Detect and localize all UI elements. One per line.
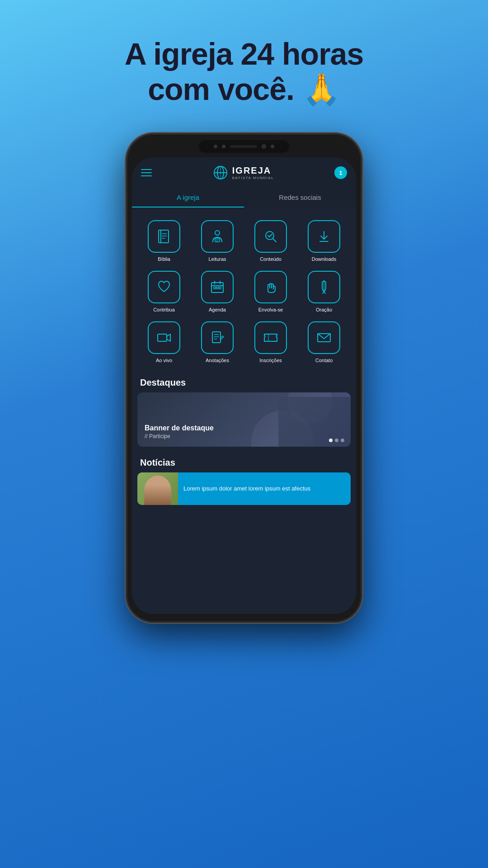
banner[interactable]: Banner de destaque // Participe: [137, 392, 351, 447]
menu-item-contribua[interactable]: Contribua: [137, 266, 191, 317]
search-check-icon: [263, 228, 279, 245]
logo-name: IGREJA: [232, 165, 274, 176]
envelope-icon: [316, 330, 332, 346]
hamburger-line-2: [141, 172, 152, 173]
envolva-se-label: Envolva-se: [258, 307, 283, 312]
downloads-icon-box: [308, 220, 340, 253]
anotacoes-label: Anotações: [206, 358, 229, 363]
hamburger-menu[interactable]: [141, 169, 152, 176]
svg-rect-25: [212, 332, 221, 343]
banner-sub: // Participe: [145, 433, 214, 439]
downloads-label: Downloads: [312, 256, 336, 262]
logo-area: IGREJA BATISTA MUNDIAL: [212, 165, 274, 181]
tab-a-igreja-label: A igreja: [177, 193, 199, 201]
headline-line2: com você. 🙏: [148, 72, 340, 106]
book-icon: [156, 228, 172, 245]
oracao-label: Oração: [316, 307, 332, 312]
news-image: [137, 472, 178, 505]
oracao-icon-box: [308, 271, 340, 303]
notification-count: 1: [339, 170, 342, 176]
svg-rect-24: [158, 334, 167, 341]
envolva-se-icon-box: [254, 271, 287, 303]
tabs-bar: A igreja Redes sociais: [132, 188, 356, 208]
menu-item-anotacoes[interactable]: Anotações: [191, 317, 244, 368]
menu-item-agenda[interactable]: Agenda: [191, 266, 244, 317]
inscricoes-label: Inscrições: [259, 358, 282, 363]
conteudo-label: Conteúdo: [260, 256, 282, 262]
phone-camera: [262, 144, 266, 149]
banner-content: Banner de destaque // Participe: [137, 417, 221, 447]
agenda-label: Agenda: [209, 307, 226, 312]
agenda-icon-box: [201, 271, 234, 303]
ao-vivo-icon-box: [148, 321, 180, 354]
menu-item-downloads[interactable]: Downloads: [297, 216, 351, 266]
biblia-label: Bíblia: [158, 256, 170, 262]
menu-item-leituras[interactable]: Leituras: [191, 216, 244, 266]
notification-badge[interactable]: 1: [334, 166, 347, 179]
hand-icon: [263, 279, 279, 295]
svg-line-14: [273, 239, 276, 242]
headline: A igreja 24 horas com você. 🙏: [89, 36, 400, 107]
phone-mockup: IGREJA BATISTA MUNDIAL 1 A igreja Redes …: [127, 134, 361, 622]
hamburger-line-1: [141, 169, 152, 170]
headline-line1: A igreja 24 horas: [125, 37, 364, 71]
inscricoes-icon-box: [254, 321, 287, 354]
download-icon: [316, 228, 332, 245]
biblia-icon-box: [148, 220, 180, 253]
ticket-icon: [263, 330, 279, 346]
hamburger-line-3: [141, 175, 152, 176]
banner-dot-2: [335, 439, 338, 442]
tab-redes-sociais[interactable]: Redes sociais: [244, 188, 356, 208]
phone-screen: IGREJA BATISTA MUNDIAL 1 A igreja Redes …: [132, 157, 356, 614]
svg-point-9: [215, 231, 220, 235]
phone-frame: IGREJA BATISTA MUNDIAL 1 A igreja Redes …: [127, 134, 361, 622]
notes-icon: [209, 330, 225, 346]
svg-rect-4: [159, 230, 169, 243]
pray-icon: [316, 279, 332, 295]
phone-dot-2: [222, 145, 225, 148]
contato-icon-box: [308, 321, 340, 354]
banner-title: Banner de destaque: [145, 424, 214, 432]
svg-rect-10: [215, 238, 220, 242]
news-person: [144, 476, 171, 505]
conteudo-icon-box: [254, 220, 287, 253]
news-text: Lorem ipsum dolor amet lorem ipsum est a…: [183, 485, 345, 493]
leituras-label: Leituras: [208, 256, 226, 262]
menu-item-biblia[interactable]: Bíblia: [137, 216, 191, 266]
contribua-icon-box: [148, 271, 180, 303]
contribua-label: Contribua: [153, 307, 175, 312]
logo-text: IGREJA BATISTA MUNDIAL: [232, 165, 274, 180]
phone-dot-3: [271, 145, 274, 148]
svg-rect-16: [211, 283, 223, 292]
svg-rect-21: [216, 287, 218, 289]
app-content: Bíblia Leitur: [132, 208, 356, 614]
destaques-title: Destaques: [132, 371, 356, 392]
menu-item-envolva-se[interactable]: Envolva-se: [244, 266, 297, 317]
banner-dot-1: [329, 439, 333, 442]
logo-globe-icon: [212, 165, 229, 181]
phone-top-bar: [199, 140, 289, 153]
svg-rect-22: [219, 287, 221, 289]
menu-item-ao-vivo[interactable]: Ao vivo: [137, 317, 191, 368]
app-header: IGREJA BATISTA MUNDIAL 1: [132, 157, 356, 188]
reading-icon: [209, 228, 225, 245]
calendar-icon: [209, 279, 225, 295]
news-item[interactable]: Lorem ipsum dolor amet lorem ipsum est a…: [137, 472, 351, 505]
menu-item-conteudo[interactable]: Conteúdo: [244, 216, 297, 266]
menu-item-inscricoes[interactable]: Inscrições: [244, 317, 297, 368]
heart-icon: [156, 279, 172, 295]
menu-item-oracao[interactable]: Oração: [297, 266, 351, 317]
banner-dot-3: [341, 439, 344, 442]
menu-item-contato[interactable]: Contato: [297, 317, 351, 368]
contato-label: Contato: [315, 358, 333, 363]
tab-redes-sociais-label: Redes sociais: [279, 193, 321, 201]
news-text-area: Lorem ipsum dolor amet lorem ipsum est a…: [178, 472, 351, 505]
phone-speaker: [230, 145, 257, 148]
banner-dots: [329, 439, 344, 442]
anotacoes-icon-box: [201, 321, 234, 354]
tab-a-igreja[interactable]: A igreja: [132, 188, 244, 208]
noticias-title: Notícias: [132, 451, 356, 472]
svg-rect-20: [214, 287, 216, 289]
ao-vivo-label: Ao vivo: [156, 358, 172, 363]
logo-sub: BATISTA MUNDIAL: [232, 176, 274, 180]
